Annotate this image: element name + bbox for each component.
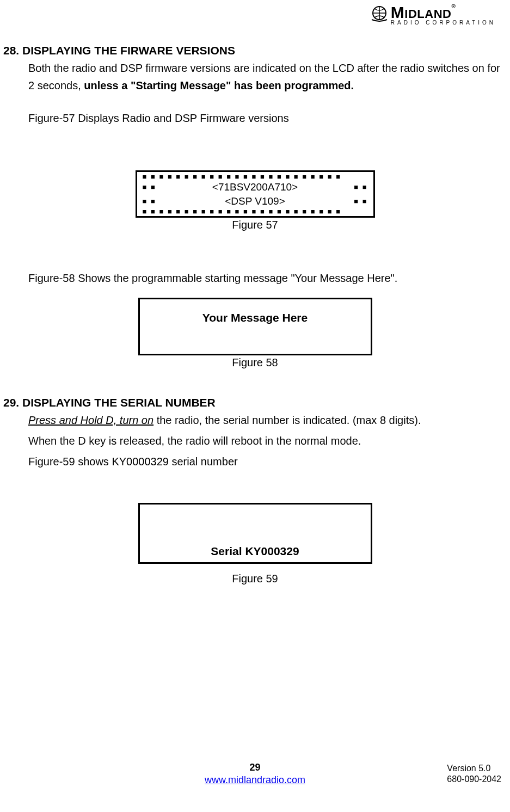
brand-subline: RADIO CORPORATION: [391, 20, 496, 26]
section-28-title: 28. DISPLAYING THE FIRWARE VERSIONS: [3, 44, 507, 57]
brand-letter: M: [391, 3, 405, 21]
lcd-bottom-border-squares: ■ ■ ■ ■ ■ ■ ■ ■ ■ ■ ■ ■ ■ ■ ■ ■ ■ ■ ■ ■ …: [143, 208, 368, 215]
figure-57-intro: Figure-57 Displays Radio and DSP Firmwar…: [28, 109, 507, 127]
lcd-row-2: ■ ■ <DSP V109> ■ ■: [143, 194, 368, 208]
lcd-right-squares: ■ ■: [354, 194, 367, 208]
lcd-display-figure-58: Your Message Here: [138, 298, 372, 355]
section-29-line2: When the D key is released, the radio wi…: [28, 432, 507, 450]
lcd-right-squares: ■ ■: [354, 180, 367, 194]
figure-59-caption: Figure 59: [3, 573, 507, 585]
section-29-title: 29. DISPLAYING THE SERIAL NUMBER: [3, 396, 507, 409]
section-29-line1-rest: the radio, the serial number is indicate…: [153, 414, 421, 426]
lcd-display-figure-59: Serial KY000329: [138, 503, 372, 564]
version-label: Version 5.0: [447, 763, 501, 774]
header-logo-area: MIDLAND® RADIO CORPORATION: [3, 0, 507, 33]
section-28-body: Both the radio and DSP firmware versions…: [28, 59, 507, 94]
section-29-line1: Press and Hold D, turn on the radio, the…: [28, 411, 507, 429]
section-29-line3: Figure-59 shows KY0000329 serial number: [28, 453, 507, 470]
figure-57-caption: Figure 57: [3, 219, 507, 231]
press-hold-instruction: Press and Hold D, turn on: [28, 414, 153, 426]
figure-58-caption: Figure 58: [3, 356, 507, 369]
lcd-display-figure-57: ■ ■ ■ ■ ■ ■ ■ ■ ■ ■ ■ ■ ■ ■ ■ ■ ■ ■ ■ ■ …: [136, 170, 375, 218]
document-page: MIDLAND® RADIO CORPORATION 28. DISPLAYIN…: [0, 0, 510, 789]
brand-logo: MIDLAND® RADIO CORPORATION: [370, 3, 496, 26]
starting-message-text: Your Message Here: [202, 311, 308, 324]
registered-mark: ®: [451, 3, 456, 9]
document-version-block: Version 5.0 680-090-2042: [447, 763, 501, 785]
serial-number-text: Serial KY000329: [211, 545, 299, 558]
brand-name: MIDLAND®: [391, 3, 496, 22]
lcd-top-border-squares: ■ ■ ■ ■ ■ ■ ■ ■ ■ ■ ■ ■ ■ ■ ■ ■ ■ ■ ■ ■ …: [143, 174, 368, 180]
lcd-radio-firmware-text: <71BSV200A710>: [156, 180, 354, 194]
lcd-left-squares: ■ ■: [143, 180, 156, 194]
figure-58-intro: Figure-58 Shows the programmable startin…: [28, 269, 507, 287]
page-number: 29: [0, 762, 510, 773]
website-link[interactable]: www.midlandradio.com: [205, 774, 305, 785]
lcd-dsp-firmware-text: <DSP V109>: [156, 194, 354, 208]
brand-rest: IDLAND: [404, 7, 451, 21]
document-number: 680-090-2042: [447, 774, 501, 785]
lcd-left-squares: ■ ■: [143, 194, 156, 208]
lcd-row-1: ■ ■ <71BSV200A710> ■ ■: [143, 180, 368, 194]
globe-icon: [370, 3, 389, 26]
page-footer: 29 www.midlandradio.com: [0, 762, 510, 786]
section-28-body-bold: unless a "Starting Message" has been pro…: [84, 79, 354, 91]
